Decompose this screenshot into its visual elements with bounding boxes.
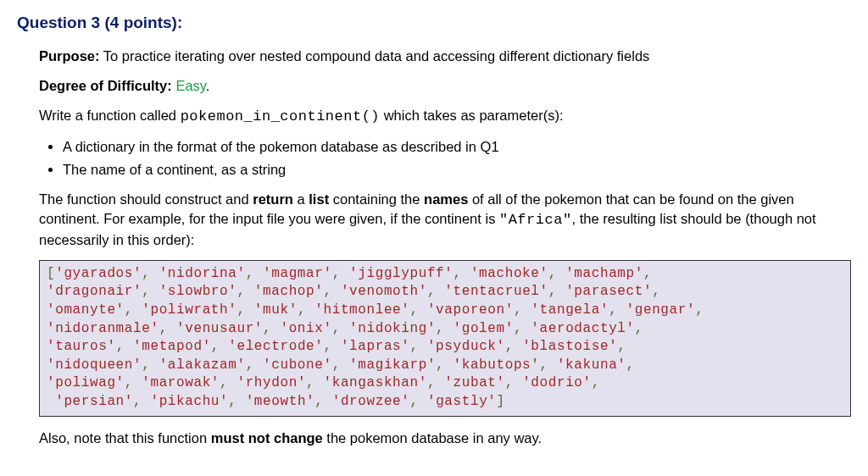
code-output-block: ['gyarados', 'nidorina', 'magmar', 'jigg… (39, 260, 851, 417)
string-literal-africa: "Africa" (499, 212, 572, 228)
kw-names: names (424, 191, 468, 207)
question-title: Question 3 (4 points): (17, 12, 851, 35)
note-line: Also, note that this function must not c… (39, 429, 851, 448)
question-content: Purpose: To practice iterating over nest… (39, 47, 851, 448)
difficulty-period: . (206, 78, 210, 93)
intro-before: Write a function called (39, 108, 181, 123)
function-name-code: pokemon_in_continent() (181, 108, 380, 125)
intro-line: Write a function called pokemon_in_conti… (39, 106, 851, 127)
purpose-label: Purpose: (39, 48, 100, 64)
kw-list: list (309, 191, 329, 207)
parameter-list: A dictionary in the format of the pokemo… (39, 137, 851, 180)
description-paragraph: The function should construct and return… (39, 190, 851, 250)
difficulty-label: Degree of Difficulty: (39, 78, 172, 93)
kw-return: return (253, 191, 293, 207)
intro-after: which takes as parameter(s): (380, 108, 563, 123)
list-item: A dictionary in the format of the pokemo… (63, 137, 851, 157)
list-item: The name of a continent, as a string (63, 160, 851, 180)
difficulty-level: Easy (175, 78, 205, 93)
purpose-text: To practice iterating over nested compou… (103, 48, 650, 64)
kw-must-not-change: must not change (211, 430, 323, 446)
difficulty-line: Degree of Difficulty: Easy. (39, 76, 851, 96)
purpose-line: Purpose: To practice iterating over nest… (39, 47, 851, 66)
